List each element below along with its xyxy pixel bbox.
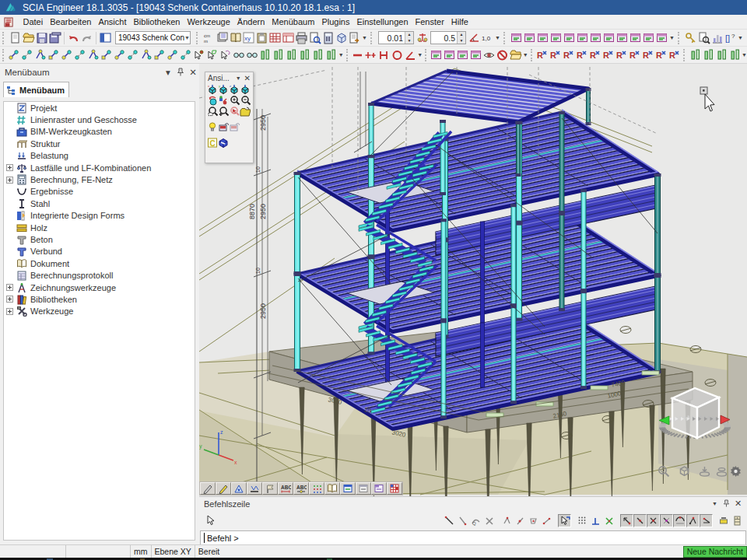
snap-curve-icon[interactable]: Q <box>469 514 482 527</box>
snap-green-icon[interactable] <box>602 514 615 527</box>
snap-p3-icon[interactable] <box>647 514 660 527</box>
tree-item-werkzeuge[interactable]: Werkzeuge <box>4 306 195 317</box>
col-img-1-icon[interactable] <box>689 48 702 62</box>
redo-icon[interactable] <box>80 31 93 45</box>
win-blue-icon[interactable] <box>340 482 356 495</box>
axo-y-icon[interactable]: y <box>218 84 229 95</box>
win-f1-icon[interactable] <box>510 31 523 45</box>
col-img-3-icon[interactable] <box>715 48 728 62</box>
toolbar-grip[interactable] <box>346 49 349 61</box>
rb-6-icon[interactable]: R <box>601 48 615 62</box>
snap-cursor-icon[interactable] <box>558 514 571 527</box>
bulb-icon[interactable] <box>207 121 218 132</box>
zoom-out-icon[interactable] <box>240 95 251 106</box>
open-folder-icon[interactable] <box>22 31 35 45</box>
red-dash-icon[interactable] <box>351 48 364 62</box>
zoom-sel-icon[interactable] <box>229 106 240 117</box>
snap-perp-icon[interactable] <box>589 514 602 527</box>
toolbar-grip[interactable] <box>2 49 5 61</box>
tree-item-label[interactable]: BIM-Werkzeugkasten <box>28 127 112 136</box>
tree-item-verbund[interactable]: Verbund <box>4 246 195 257</box>
zoom-rect-icon[interactable] <box>207 106 218 117</box>
snap-tan-icon[interactable] <box>514 514 527 527</box>
ansicht-dropdown-icon[interactable]: ▼ <box>236 75 241 81</box>
spinner-down-icon[interactable]: ▼ <box>405 38 413 44</box>
menu-bibliotheken[interactable]: Bibliotheken <box>130 16 184 28</box>
tree-item-bibliotheken[interactable]: Bibliotheken <box>4 293 195 305</box>
doc-export-icon[interactable] <box>348 31 361 45</box>
load-beam-icon[interactable] <box>247 482 262 495</box>
node-9-icon[interactable] <box>114 48 127 62</box>
statusbar-plane[interactable]: Ebene XY <box>152 545 195 558</box>
tree-item-label[interactable]: Beton <box>28 235 53 244</box>
toolbar-overflow-icon[interactable]: ▼ <box>742 48 747 62</box>
menu-plugins[interactable]: Plugins <box>318 16 353 28</box>
rb-7-icon[interactable]: R <box>615 48 628 62</box>
chart-bars-icon[interactable] <box>710 31 724 45</box>
command-input[interactable]: Befehl > <box>200 530 746 545</box>
win-f8-icon[interactable] <box>602 31 615 45</box>
win-a-icon[interactable] <box>430 48 444 62</box>
node-13-icon[interactable] <box>167 48 180 62</box>
tri-blue-icon[interactable] <box>231 482 247 495</box>
win-f5-icon[interactable] <box>563 31 576 45</box>
table-red-icon[interactable] <box>282 31 295 45</box>
abc-dim-icon[interactable]: ABC <box>278 482 293 495</box>
pen-yellow-icon[interactable] <box>216 482 231 495</box>
red-circle-icon[interactable] <box>391 48 404 62</box>
toolbar-overflow-icon[interactable]: ▼ <box>338 48 344 62</box>
tree-item-label[interactable]: Linienraster und Geschosse <box>28 115 137 124</box>
tree-item-label[interactable]: Projekt <box>28 103 57 113</box>
menu-ansicht[interactable]: Ansicht <box>95 16 130 28</box>
tree-item-label[interactable]: Berechnungsprotokoll <box>28 271 113 280</box>
snap-p2-icon[interactable] <box>633 514 647 527</box>
toolbar-grip[interactable] <box>678 32 682 44</box>
toolbar-grip[interactable] <box>196 32 200 44</box>
brackets-icon[interactable]: []? <box>724 31 737 45</box>
col-small-2-icon[interactable] <box>299 48 312 62</box>
pen-gray-icon[interactable] <box>200 482 216 495</box>
toolbar-overflow-icon[interactable]: ▼ <box>668 31 675 45</box>
rotate-icon[interactable] <box>207 95 218 106</box>
viewport-3d[interactable]: 2950108870295029501030001030207400100021… <box>199 64 747 496</box>
rb-8-icon[interactable]: R <box>628 48 641 62</box>
tree-item-dokument[interactable]: Dokument <box>4 257 195 269</box>
snap-p4-icon[interactable] <box>660 514 673 527</box>
panel-dropdown-icon[interactable]: ▾ <box>162 66 174 79</box>
tree-item-stahl[interactable]: Stahl <box>4 198 195 209</box>
tree-item-label[interactable]: Holz <box>28 223 47 233</box>
cmd-dropdown-icon[interactable]: ▼ <box>709 498 721 509</box>
toolbar-grip[interactable] <box>531 49 534 61</box>
expand-icon[interactable] <box>6 164 13 171</box>
c-yellow-icon[interactable]: C <box>207 137 218 148</box>
node-7-icon[interactable] <box>87 48 100 62</box>
snap-p1-icon[interactable] <box>620 514 633 527</box>
menu-bearbeiten[interactable]: Bearbeiten <box>47 16 95 28</box>
tree-item-label[interactable]: Lastfälle und LF-Kombinationen <box>28 163 151 173</box>
snap-peak-icon[interactable] <box>500 514 514 527</box>
spinner-up-icon[interactable]: ▲ <box>405 32 413 38</box>
img-unlock-icon[interactable] <box>229 121 240 132</box>
col-pair-2-icon[interactable] <box>272 48 286 62</box>
glasses-1-icon[interactable] <box>233 48 246 62</box>
window-layout-icon[interactable] <box>99 31 112 45</box>
abc-line-icon[interactable]: ABC <box>293 482 309 495</box>
spinner-0_01[interactable]: 0.01▲▼ <box>378 31 414 44</box>
grid-red2-icon[interactable] <box>387 482 402 495</box>
cursor-mode-button[interactable] <box>202 513 218 528</box>
book-icon[interactable] <box>229 31 242 45</box>
tree-item-label[interactable]: Dokument <box>28 259 69 268</box>
img-lock-icon[interactable] <box>218 121 229 132</box>
win-f4-icon[interactable] <box>549 31 563 45</box>
node-11-icon[interactable] <box>140 48 153 62</box>
spinner-down-icon[interactable]: ▼ <box>457 38 465 44</box>
win-tab-icon[interactable] <box>371 482 387 495</box>
expand-icon[interactable] <box>6 308 13 315</box>
document-logo-icon[interactable] <box>4 17 14 27</box>
box-3d-icon[interactable] <box>335 31 348 45</box>
panel-close-icon[interactable]: ✕ <box>187 66 199 79</box>
snap-line2-icon[interactable] <box>456 514 469 527</box>
tree-item-label[interactable]: Bibliotheken <box>28 295 77 304</box>
win-gray-icon[interactable] <box>356 482 371 495</box>
toolbar-overflow-icon[interactable]: ▼ <box>737 31 744 45</box>
